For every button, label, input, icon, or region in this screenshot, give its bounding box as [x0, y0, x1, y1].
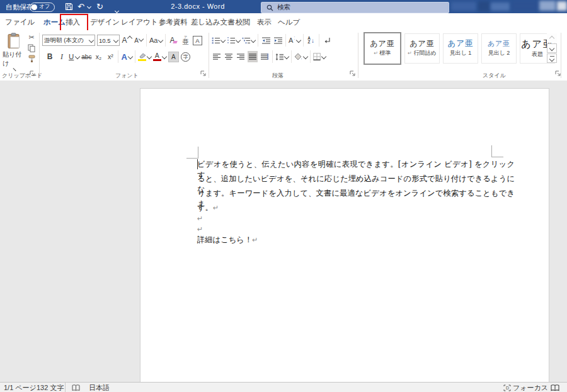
numbered-list-icon — [227, 37, 235, 44]
tab-file[interactable]: ファイル — [5, 18, 35, 27]
decrease-indent-button[interactable] — [261, 35, 271, 46]
align-left-button[interactable] — [212, 51, 222, 62]
font-name-combobox[interactable]: 游明朝 (本文の — [42, 35, 95, 46]
document-page[interactable]: ビデオを使うと、伝えたい内容を明確に表現できます。[オンライン ビデオ] をクリ… — [140, 88, 549, 383]
tab-help[interactable]: ヘルプ — [278, 18, 300, 27]
focus-mode-icon[interactable]: D — [503, 384, 511, 391]
margin-mark-right — [491, 157, 503, 157]
format-painter-button[interactable] — [26, 54, 37, 64]
clipboard-dialog-launcher-icon[interactable] — [30, 70, 36, 77]
numbering-button[interactable] — [227, 35, 240, 46]
bullets-button[interactable] — [212, 35, 225, 46]
shading-button[interactable] — [294, 51, 307, 62]
style-no-spacing[interactable]: あア亜 ↵ 行間詰め — [404, 33, 440, 64]
toggle-knob-icon — [32, 4, 37, 10]
body-text-line[interactable]: ります。キーワードを入力して、文書に最適なビデオをオンラインで検索することもでき… — [197, 188, 515, 199]
style-name: 行間詰め — [414, 50, 437, 56]
font-size-combobox[interactable]: 10.5 — [97, 35, 120, 46]
enclose-character-button[interactable]: 字 — [181, 51, 191, 62]
body-text-line[interactable]: ↵ — [197, 213, 515, 225]
cut-button[interactable]: ✂ — [26, 33, 37, 42]
search-box[interactable]: 検索 — [261, 2, 449, 13]
distribute-button[interactable] — [260, 51, 270, 62]
justify-button[interactable] — [248, 51, 258, 62]
tab-references[interactable]: 参考資料 — [159, 18, 188, 27]
tab-mailings[interactable]: 差し込み文書 — [191, 18, 235, 27]
paragraph-group-label: 段落 — [272, 72, 284, 80]
title-bar: 自動保存 オフ ↶ ↻ 2-3.docx - Word 検索 — [0, 0, 567, 13]
styles-dialog-launcher-icon[interactable] — [555, 70, 561, 77]
bold-button[interactable]: B — [45, 51, 55, 62]
word-count[interactable]: 132 文字 — [37, 383, 64, 392]
undo-icon[interactable]: ↶ — [77, 1, 84, 12]
tab-view[interactable]: 表示 — [257, 18, 272, 27]
body-text-line[interactable]: ビデオを使うと、伝えたい内容を明確に表現できます。[オンライン ビデオ] をクリ… — [197, 159, 515, 171]
font-color-button[interactable]: A — [153, 51, 166, 62]
subscript-button[interactable]: x₂ — [93, 51, 103, 62]
style-heading1[interactable]: あア亜 見出し 1 — [443, 33, 478, 64]
style-normal[interactable]: あア亜 ↵ 標準 — [364, 32, 401, 65]
align-center-button[interactable] — [224, 51, 234, 62]
page-indicator[interactable]: 1/1 ページ — [4, 383, 37, 392]
body-text-line[interactable]: 詳細はこちら！↵ — [197, 235, 515, 246]
style-gallery-down-icon[interactable] — [547, 43, 557, 53]
bullet-list-icon — [212, 37, 220, 44]
undo-dropdown-icon[interactable] — [87, 4, 91, 9]
font-size-value: 10.5 — [99, 37, 111, 44]
text-effects-button[interactable]: A — [121, 51, 132, 62]
change-case-button[interactable]: Aa — [149, 35, 163, 46]
tab-layout[interactable]: レイアウト — [121, 18, 158, 27]
underline-button[interactable]: U — [69, 51, 79, 62]
ruby-button[interactable]: ア亜 — [180, 35, 190, 46]
paste-button[interactable]: 貼り付け — [3, 33, 26, 69]
blurred-region — [491, 3, 510, 11]
enclose-characters-button[interactable]: A — [192, 35, 202, 46]
proofing-icon[interactable] — [72, 384, 80, 391]
paragraph-mark: ↵ — [197, 215, 203, 223]
redo-icon[interactable]: ↻ — [96, 1, 103, 12]
paragraph-mark: ↵ — [213, 204, 219, 212]
tab-review[interactable]: 校閲 — [236, 18, 250, 27]
save-icon[interactable] — [65, 3, 73, 11]
style-gallery-more-icon[interactable] — [547, 53, 557, 63]
paste-label: 貼り付け — [3, 50, 26, 68]
increase-indent-button[interactable] — [273, 35, 283, 46]
focus-mode-button[interactable]: フォーカス — [513, 383, 548, 392]
strikethrough-button[interactable]: abc — [81, 51, 91, 62]
copy-button[interactable] — [26, 43, 37, 53]
autosave-toggle[interactable]: オフ — [30, 3, 55, 12]
italic-button[interactable]: I — [57, 51, 67, 62]
language-indicator[interactable]: 日本語 — [89, 383, 110, 392]
body-text-line[interactable]: ↵ — [197, 224, 515, 235]
grow-font-button[interactable]: A — [122, 35, 132, 46]
multilevel-list-button[interactable] — [242, 35, 255, 46]
borders-button[interactable] — [313, 51, 326, 62]
body-text-line[interactable]: す。↵ — [197, 203, 515, 214]
search-placeholder: 検索 — [277, 3, 290, 12]
paste-dropdown-icon[interactable] — [13, 68, 16, 71]
autosave-state: オフ — [39, 3, 50, 11]
borders-icon — [313, 53, 321, 60]
blurred-region — [451, 2, 476, 11]
show-editing-marks-button[interactable] — [322, 35, 332, 46]
style-heading2[interactable]: あア亜 見出し 2 — [481, 33, 517, 64]
sort-button[interactable]: AZ ↓ — [306, 35, 316, 46]
align-right-button[interactable] — [236, 51, 246, 62]
asian-layout-button[interactable]: A⁚ — [289, 35, 301, 46]
highlight-button[interactable] — [138, 51, 151, 62]
shrink-font-button[interactable]: A — [134, 35, 144, 46]
line-spacing-icon — [275, 53, 284, 60]
scissors-icon: ✂ — [28, 33, 34, 42]
tab-design[interactable]: デザイン — [90, 18, 120, 27]
line-spacing-button[interactable] — [275, 51, 289, 62]
superscript-button[interactable]: x² — [105, 51, 115, 62]
font-dialog-launcher-icon[interactable] — [200, 70, 207, 77]
clear-formatting-button[interactable]: A — [168, 35, 178, 46]
paragraph-dialog-launcher-icon[interactable] — [350, 70, 356, 77]
style-gallery-up-icon[interactable] — [547, 33, 557, 43]
paragraph-mark: ↵ — [197, 225, 203, 233]
read-mode-icon[interactable] — [551, 384, 559, 391]
character-shading-button[interactable]: A — [168, 51, 179, 62]
font-group-label: フォント — [115, 72, 139, 80]
body-text-line[interactable]: ると、追加したいビデオを、それに応じた埋め込みコードの形式で貼り付けできるように… — [197, 174, 515, 185]
